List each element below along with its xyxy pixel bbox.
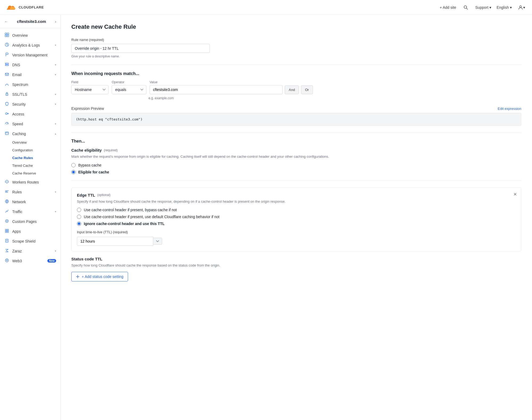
bypass-cache-option[interactable]: Bypass cache: [71, 163, 521, 167]
ttl-input-group: [77, 237, 162, 246]
sidebar-item-analytics[interactable]: Analytics & Logs ▾: [0, 40, 60, 50]
sidebar-item-access[interactable]: Access: [0, 109, 60, 119]
zaraz-icon: [4, 248, 10, 253]
analytics-label: Analytics & Logs: [12, 43, 52, 47]
use-cache-control-bypass-option[interactable]: Use cache-control header if present, byp…: [77, 208, 516, 212]
sidebar-item-workers[interactable]: Workers Routes: [0, 177, 60, 187]
expression-header: Expression Preview Edit expression: [71, 106, 521, 111]
value-input[interactable]: [150, 85, 283, 94]
back-icon[interactable]: ←: [4, 19, 8, 24]
sidebar-item-dns[interactable]: DNS ▾: [0, 60, 60, 70]
sidebar-item-traffic[interactable]: Traffic ▾: [0, 207, 60, 217]
cache-eligibility-title: Cache eligibility: [71, 148, 102, 152]
user-chevron-icon: ▾: [523, 5, 525, 10]
sub-item-cache-reserve[interactable]: Cache Reserve: [12, 169, 60, 177]
expression-section: Expression Preview Edit expression (http…: [71, 106, 521, 126]
workers-label: Workers Routes: [12, 180, 56, 184]
svg-point-14: [7, 94, 7, 95]
cache-eligibility-section: Cache eligibility (required) Mark whethe…: [71, 148, 521, 174]
edge-ttl-title: Edge TTL: [77, 193, 95, 197]
sidebar-item-web3[interactable]: Web3 New: [0, 256, 60, 266]
rules-label: Rules: [12, 190, 52, 194]
svg-point-20: [7, 132, 7, 133]
security-icon: [4, 102, 10, 107]
sidebar-item-zaraz[interactable]: Zaraz ▾: [0, 246, 60, 256]
bypass-cache-radio[interactable]: [71, 163, 76, 167]
sidebar-item-rules[interactable]: Rules ▾: [0, 187, 60, 197]
field-group: Field Hostname: [71, 80, 109, 94]
grid-icon: [4, 33, 10, 38]
support-link[interactable]: Support ▾: [475, 5, 491, 10]
use-cache-control-default-option[interactable]: Use cache-control header if present, use…: [77, 215, 516, 219]
topnav: CLOUDFLARE + Add site Support ▾ English …: [0, 0, 532, 15]
add-status-code-button[interactable]: + Add status code setting: [71, 272, 128, 281]
version-icon: [4, 52, 10, 57]
ttl-dropdown-button[interactable]: [153, 238, 162, 245]
ssl-icon: [4, 92, 10, 97]
operator-group: Operator equals: [112, 80, 146, 94]
sidebar-item-apps[interactable]: Apps: [0, 226, 60, 236]
edit-expression-link[interactable]: Edit expression: [498, 107, 521, 111]
and-button[interactable]: And: [285, 85, 299, 94]
use-cache-control-default-radio[interactable]: [77, 215, 81, 219]
ignore-cache-control-radio[interactable]: [77, 222, 81, 226]
main-content: Create new Cache Rule Rule name (require…: [61, 15, 532, 420]
ttl-input[interactable]: [77, 237, 153, 246]
svg-rect-12: [5, 73, 9, 76]
sub-item-tiered-cache[interactable]: Tiered Cache: [12, 162, 60, 169]
value-hint: e.g. example.com: [149, 96, 521, 100]
speed-label: Speed: [12, 122, 52, 126]
ignore-cache-control-option[interactable]: Ignore cache-control header and use this…: [77, 222, 516, 226]
rule-name-input[interactable]: [71, 44, 210, 53]
svg-rect-30: [6, 239, 8, 242]
rules-arrow-icon: ▾: [55, 190, 56, 193]
apps-icon: [4, 229, 10, 234]
svg-line-1: [467, 8, 468, 9]
sidebar-item-custom-pages[interactable]: Custom Pages: [0, 217, 60, 226]
svg-rect-28: [5, 231, 7, 232]
svg-rect-29: [7, 231, 9, 232]
value-label: Value: [150, 80, 521, 84]
sidebar-item-caching[interactable]: Caching ▴: [0, 129, 60, 139]
sidebar-item-scrape-shield[interactable]: Scrape Shield: [0, 236, 60, 246]
eligible-cache-option[interactable]: Eligible for cache: [71, 170, 521, 174]
rule-name-hint: Give your rule a descriptive name.: [71, 55, 521, 58]
ttl-input-label: Input time-to-live (TTL) (required): [77, 230, 516, 234]
search-button[interactable]: [461, 3, 470, 12]
or-button[interactable]: Or: [301, 85, 313, 94]
sidebar-item-security[interactable]: Security ▾: [0, 99, 60, 109]
scrape-icon: [4, 239, 10, 244]
zaraz-arrow-icon: ▾: [55, 249, 56, 252]
expression-preview-label: Expression Preview: [71, 106, 104, 111]
sidebar-item-spectrum[interactable]: Spectrum: [0, 80, 60, 89]
status-code-ttl-section: Status code TTL Specify how long Cloudfl…: [71, 257, 521, 281]
overview-label: Overview: [12, 33, 56, 38]
edge-ttl-badge: (optional): [97, 193, 110, 197]
language-selector[interactable]: English ▾: [497, 5, 512, 10]
sidebar-item-email[interactable]: Email ▾: [0, 70, 60, 80]
ssl-label: SSL/TLS: [12, 92, 52, 97]
add-site-link[interactable]: + Add site: [440, 5, 456, 10]
sub-item-caching-overview[interactable]: Overview: [12, 139, 60, 146]
sidebar-item-network[interactable]: Network: [0, 197, 60, 207]
logo[interactable]: CLOUDFLARE: [6, 4, 44, 11]
field-select[interactable]: Hostname: [71, 85, 109, 94]
sidebar-item-version[interactable]: Version Management: [0, 50, 60, 60]
security-label: Security: [12, 102, 52, 106]
sub-item-caching-configuration[interactable]: Configuration: [12, 146, 60, 154]
user-menu[interactable]: ▾: [517, 3, 526, 12]
forward-icon[interactable]: ›: [55, 19, 56, 24]
site-name[interactable]: cftestsite3.com: [17, 19, 46, 24]
zaraz-label: Zaraz: [12, 249, 52, 253]
edge-ttl-close-button[interactable]: ✕: [513, 192, 517, 197]
sidebar-item-overview[interactable]: Overview: [0, 30, 60, 40]
operator-select[interactable]: equals: [112, 85, 146, 94]
sub-item-cache-rules[interactable]: Cache Rules: [12, 154, 60, 162]
sidebar-item-speed[interactable]: Speed ▾: [0, 119, 60, 129]
svg-rect-5: [5, 35, 7, 37]
sidebar-item-ssl[interactable]: SSL/TLS ▾: [0, 89, 60, 99]
edge-ttl-card: ✕ Edge TTL (optional) Specify if and how…: [71, 187, 521, 252]
eligible-cache-radio[interactable]: [71, 170, 76, 174]
svg-rect-26: [5, 229, 7, 231]
use-cache-control-bypass-radio[interactable]: [77, 208, 81, 212]
